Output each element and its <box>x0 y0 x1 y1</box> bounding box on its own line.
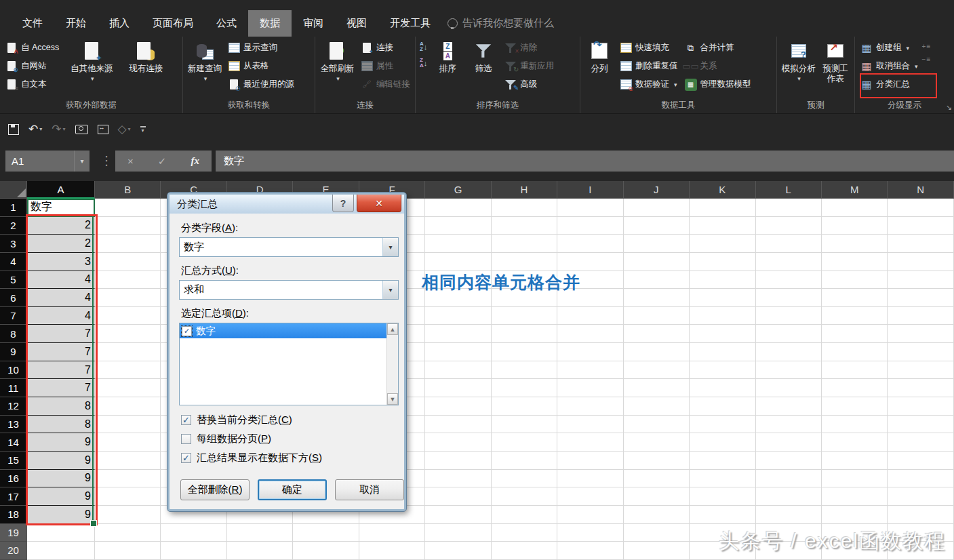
cell-K7[interactable] <box>690 307 755 325</box>
cell-I12[interactable] <box>557 397 623 416</box>
cell-I2[interactable] <box>557 217 623 235</box>
cell-G13[interactable] <box>425 416 491 434</box>
cell-L2[interactable] <box>756 217 822 235</box>
cell-K9[interactable] <box>690 343 755 361</box>
cell-J10[interactable] <box>624 361 690 380</box>
cell-B18[interactable] <box>95 506 161 524</box>
row-header-4[interactable]: 4 <box>0 253 27 271</box>
remove-all-button[interactable]: 全部删除(R) <box>180 479 250 500</box>
row-header-7[interactable]: 7 <box>0 307 27 325</box>
formula-bar-splitter[interactable]: ⋮ <box>100 153 113 168</box>
tab-公式[interactable]: 公式 <box>205 10 248 37</box>
help-button[interactable]: ? <box>332 195 354 212</box>
scroll-up-icon[interactable]: ▲ <box>387 323 398 335</box>
cell-N5[interactable] <box>888 271 953 289</box>
cell-J8[interactable] <box>624 325 690 343</box>
cell-G15[interactable] <box>425 452 491 470</box>
cell-K6[interactable] <box>690 289 755 307</box>
cell-L3[interactable] <box>756 235 822 253</box>
cell-J11[interactable] <box>624 379 690 397</box>
cell-E19[interactable] <box>293 524 359 542</box>
cell-B12[interactable] <box>95 397 161 416</box>
cell-L5[interactable] <box>756 271 822 289</box>
cell-L18[interactable] <box>756 506 822 524</box>
cell-L7[interactable] <box>756 307 822 325</box>
checkbox[interactable]: ✓ <box>181 415 191 425</box>
cell-J19[interactable] <box>624 524 690 542</box>
cell-I13[interactable] <box>557 416 623 434</box>
cell-B10[interactable] <box>95 361 161 380</box>
cell-H17[interactable] <box>492 487 557 506</box>
cell-I10[interactable] <box>557 361 623 380</box>
item-checkbox[interactable]: ✓ <box>182 326 192 336</box>
checkbox-row[interactable]: ✓替换当前分类汇总(C) <box>181 414 292 426</box>
row-header-10[interactable]: 10 <box>0 361 27 380</box>
from-text-button[interactable]: ≡自文本 <box>4 75 60 94</box>
cell-I14[interactable] <box>557 433 623 452</box>
cell-J4[interactable] <box>624 253 690 271</box>
cell-G9[interactable] <box>425 343 491 361</box>
cell-K15[interactable] <box>690 452 755 470</box>
cell-N10[interactable] <box>888 361 953 380</box>
row-header-8[interactable]: 8 <box>0 325 27 343</box>
row-header-11[interactable]: 11 <box>0 379 27 397</box>
row-header-16[interactable]: 16 <box>0 470 27 488</box>
cell-N14[interactable] <box>888 433 953 452</box>
text-to-columns-button[interactable]: ↷ 分列 <box>584 39 614 74</box>
cell-N16[interactable] <box>888 470 953 488</box>
cell-J2[interactable] <box>624 217 690 235</box>
cell-M7[interactable] <box>822 307 888 325</box>
sort-button[interactable]: ZA 排序 <box>431 39 464 74</box>
tab-插入[interactable]: 插入 <box>98 10 141 37</box>
column-header-N[interactable]: N <box>888 181 953 199</box>
row-header-5[interactable]: 5 <box>0 271 27 289</box>
cell-H16[interactable] <box>492 470 557 488</box>
cell-A15[interactable]: 9 <box>27 452 95 470</box>
cell-I3[interactable] <box>557 235 623 253</box>
combo-dropdown-icon[interactable]: ▾ <box>382 238 398 256</box>
cell-H19[interactable] <box>492 524 557 542</box>
cell-K16[interactable] <box>690 470 755 488</box>
select-all-corner[interactable] <box>0 181 27 199</box>
row-header-20[interactable]: 20 <box>0 542 27 560</box>
cell-B15[interactable] <box>95 452 161 470</box>
cell-L15[interactable] <box>756 452 822 470</box>
cell-F20[interactable] <box>359 542 425 560</box>
cell-H13[interactable] <box>492 416 557 434</box>
cell-J13[interactable] <box>624 416 690 434</box>
checkbox[interactable] <box>181 434 191 444</box>
tab-数据[interactable]: 数据 <box>248 10 292 37</box>
from-access-button[interactable]: A自 Access <box>4 39 60 57</box>
cell-E20[interactable] <box>293 542 359 560</box>
cell-L17[interactable] <box>756 487 822 506</box>
cell-J17[interactable] <box>624 487 690 506</box>
cell-A2[interactable]: 2 <box>27 217 95 235</box>
cell-M11[interactable] <box>822 379 888 397</box>
cell-J5[interactable] <box>624 271 690 289</box>
cell-A20[interactable] <box>27 542 95 560</box>
consolidate-button[interactable]: ⧉合并计算 <box>683 39 753 57</box>
cell-N4[interactable] <box>888 253 953 271</box>
checkbox[interactable]: ✓ <box>181 453 191 463</box>
tab-开始[interactable]: 开始 <box>54 10 98 37</box>
cell-L10[interactable] <box>756 361 822 380</box>
tab-页面布局[interactable]: 页面布局 <box>141 10 205 37</box>
cell-J18[interactable] <box>624 506 690 524</box>
cell-G4[interactable] <box>425 253 491 271</box>
cell-G8[interactable] <box>425 325 491 343</box>
row-header-6[interactable]: 6 <box>0 289 27 307</box>
formula-input[interactable]: 数字 <box>216 151 954 172</box>
group-button[interactable]: ▦创建组▾ <box>859 39 919 57</box>
row-header-9[interactable]: 9 <box>0 343 27 361</box>
cell-N15[interactable] <box>888 452 953 470</box>
row-header-15[interactable]: 15 <box>0 452 27 470</box>
cell-A11[interactable]: 7 <box>27 379 95 397</box>
what-if-analysis-button[interactable]: ? 模拟分析▾ <box>781 39 816 84</box>
cell-K14[interactable] <box>690 433 755 452</box>
window-button[interactable] <box>98 125 108 134</box>
cell-A6[interactable]: 4 <box>27 289 95 307</box>
cell-B2[interactable] <box>95 217 161 235</box>
cell-F19[interactable] <box>359 524 425 542</box>
insert-function-icon[interactable]: fx <box>191 155 199 167</box>
cell-J1[interactable] <box>624 199 690 217</box>
